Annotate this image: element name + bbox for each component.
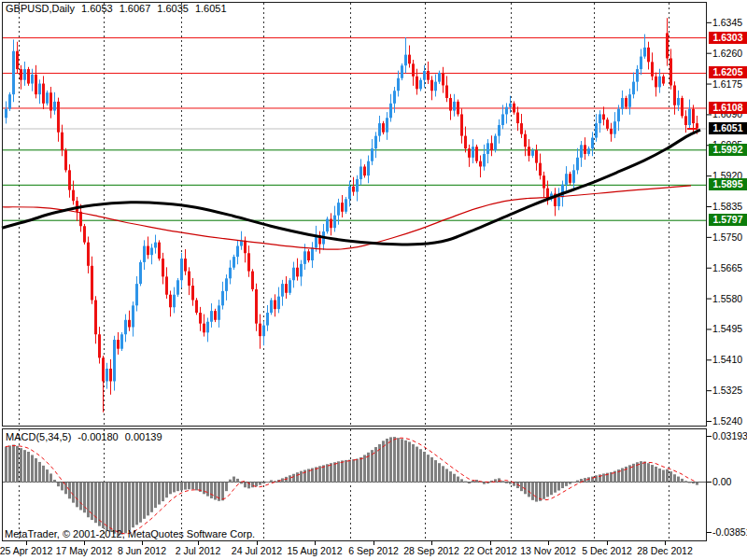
macd-histogram-bar	[259, 483, 261, 485]
macd-histogram-bar	[281, 478, 284, 482]
candle-body	[524, 134, 527, 147]
candle-body	[528, 147, 530, 156]
candle-body	[72, 190, 75, 202]
date-label: 25 Apr 2012	[0, 545, 52, 556]
macd-histogram-bar	[143, 483, 146, 519]
candle-body	[591, 138, 594, 149]
macd-histogram-bar	[464, 482, 467, 483]
candle-body	[113, 340, 116, 381]
macd-histogram-bar	[569, 483, 571, 484]
chart-canvas[interactable]	[0, 0, 747, 560]
macd-histogram-bar	[640, 461, 642, 483]
candle-body	[692, 109, 695, 123]
candle-body	[79, 212, 82, 226]
macd-histogram-bar	[173, 483, 176, 493]
quote-close: 1.6051	[195, 3, 227, 14]
candle-body	[505, 107, 508, 115]
macd-histogram-bar	[79, 483, 82, 511]
date-label: 2 Jul 2012	[176, 545, 220, 556]
candle-body	[255, 289, 258, 324]
macd-histogram-bar	[442, 466, 444, 482]
candle-body	[106, 369, 108, 382]
quote-open: 1.6053	[81, 3, 113, 14]
candle-body	[23, 69, 26, 80]
macd-histogram-bar	[531, 483, 534, 500]
macd-histogram-bar	[669, 471, 672, 483]
candle-body	[251, 272, 254, 289]
candle-body	[191, 286, 194, 300]
macd-histogram-bar	[666, 469, 669, 483]
candle-body	[61, 133, 63, 150]
macd-histogram-bar	[688, 482, 691, 483]
candle-body	[513, 104, 515, 113]
candle-body	[539, 163, 542, 176]
macd-scale-label: -0.03851	[712, 526, 747, 538]
macd-histogram-bar	[35, 458, 37, 483]
candle-body	[337, 203, 340, 216]
candle-body	[289, 280, 291, 293]
candle-body	[621, 98, 624, 109]
macd-histogram-bar	[49, 473, 52, 482]
support-price-badge: 1.5992	[709, 144, 747, 156]
macd-histogram-bar	[546, 483, 549, 497]
macd-histogram-bar	[165, 483, 168, 497]
macd-histogram-bar	[352, 459, 355, 483]
chart-title: GBPUSD,Daily1.60531.60671.60351.6051	[6, 3, 227, 14]
macd-histogram-bar	[147, 483, 149, 516]
macd-histogram-bar	[501, 481, 504, 483]
candle-body	[180, 259, 183, 280]
candle-body	[520, 123, 523, 134]
candle-body	[225, 278, 228, 291]
macd-histogram-bar	[87, 483, 90, 517]
candle-body	[673, 85, 676, 105]
candle-body	[35, 75, 37, 94]
date-label: 24 Jul 2012	[232, 545, 282, 556]
candle-body	[509, 104, 512, 107]
candle-body	[669, 58, 672, 85]
candle-body	[188, 272, 190, 286]
candle-body	[401, 65, 403, 78]
macd-histogram-bar	[229, 480, 232, 483]
candle-body	[8, 94, 11, 108]
candle-body	[120, 334, 123, 348]
candle-body	[501, 114, 504, 125]
candle-body	[91, 266, 93, 301]
candle-body	[64, 150, 67, 170]
macd-histogram-bar	[416, 447, 418, 483]
candle-body	[206, 322, 209, 333]
candle-body	[46, 92, 49, 104]
candle-body	[229, 268, 232, 279]
candle-body	[640, 57, 642, 70]
macd-histogram-bar	[363, 455, 366, 482]
candle-body	[427, 71, 430, 80]
macd-histogram-bar	[647, 463, 650, 483]
candle-body	[490, 143, 493, 150]
price-tick-label: 1.5240	[712, 415, 742, 427]
macd-histogram-bar	[169, 483, 172, 494]
macd-histogram-bar	[61, 483, 63, 491]
macd-histogram-bar	[124, 483, 127, 534]
macd-histogram-bar	[453, 474, 456, 483]
candle-body	[389, 104, 392, 118]
candle-body	[124, 320, 127, 334]
candle-body	[333, 216, 336, 229]
candle-body	[173, 295, 176, 308]
macd-histogram-bar	[255, 483, 258, 486]
macd-histogram-bar	[595, 475, 598, 482]
macd-histogram-bar	[397, 438, 400, 483]
macd-histogram-bar	[251, 483, 254, 487]
candle-body	[195, 301, 198, 314]
macd-histogram-bar	[449, 471, 452, 483]
date-label: 5 Dec 2012	[582, 545, 632, 556]
candle-body	[569, 174, 571, 183]
candle-body	[117, 340, 120, 349]
candle-body	[162, 259, 164, 276]
candle-body	[236, 246, 239, 258]
macd-histogram-bar	[460, 479, 463, 482]
candle-body	[150, 247, 153, 255]
date-label: 28 Sep 2012	[403, 545, 459, 556]
candle-body	[285, 284, 288, 293]
macd-histogram-bar	[584, 478, 586, 483]
macd-histogram-bar	[38, 462, 41, 483]
candle-body	[494, 136, 497, 150]
